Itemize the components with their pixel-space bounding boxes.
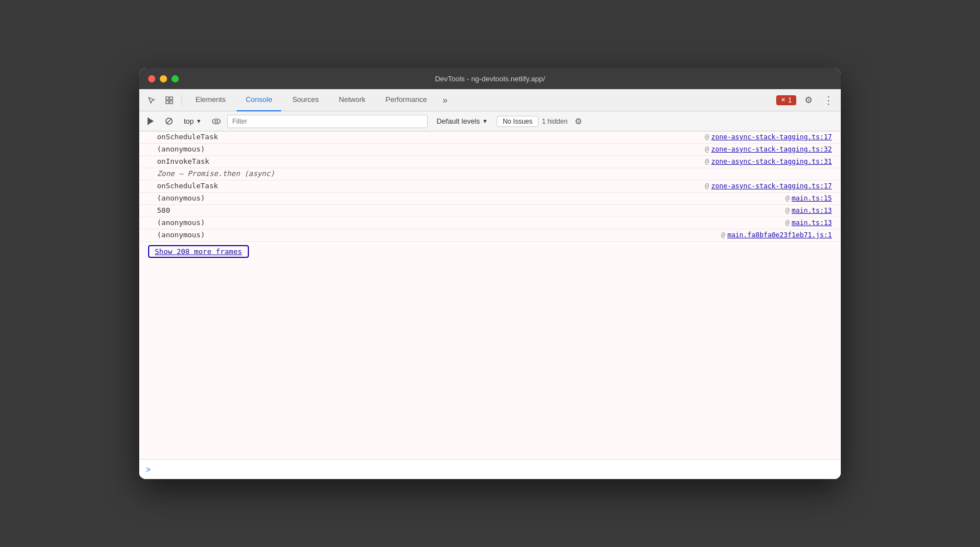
cursor-icon-button[interactable]: [144, 92, 159, 108]
console-row: onScheduleTask @ zone-async-stack-taggin…: [139, 131, 841, 144]
tab-right-actions: ✕ 1 ⚙ ⋮: [776, 92, 836, 108]
devtools-window: DevTools - ng-devtools.netlify.app/: [139, 68, 841, 479]
inspect-icon-button[interactable]: [161, 92, 177, 108]
row-at: @: [705, 145, 709, 153]
issues-settings-button[interactable]: ⚙: [571, 114, 585, 129]
close-button[interactable]: [148, 75, 155, 82]
row-at: @: [786, 194, 790, 202]
error-x-icon: ✕: [781, 96, 786, 104]
eye-icon-button[interactable]: [209, 114, 224, 129]
svg-rect-1: [170, 97, 173, 100]
tab-separator: [182, 95, 182, 106]
row-label: onScheduleTask: [157, 182, 705, 190]
row-link[interactable]: zone-async-stack-tagging.ts:17: [711, 133, 832, 141]
window-title: DevTools - ng-devtools.netlify.app/: [435, 75, 545, 83]
svg-rect-0: [166, 97, 169, 100]
console-row: (anonymous) @ zone-async-stack-tagging.t…: [139, 144, 841, 156]
tab-performance[interactable]: Performance: [376, 89, 435, 111]
settings-button[interactable]: ⚙: [801, 92, 816, 108]
inspect-icon: [165, 96, 173, 104]
filter-input[interactable]: [227, 115, 428, 128]
cursor-icon: [148, 96, 155, 104]
row-at: @: [705, 158, 709, 165]
more-options-button[interactable]: ⋮: [821, 92, 836, 108]
row-label: onScheduleTask: [157, 133, 705, 141]
console-row: (anonymous) @ main.ts:13: [139, 217, 841, 229]
row-at: @: [705, 133, 709, 141]
console-input-row: >: [139, 459, 841, 479]
console-row: (anonymous) @ main.ts:15: [139, 193, 841, 205]
row-label: (anonymous): [157, 218, 786, 227]
console-toolbar: top ▼ Default levels ▼ No Issues 1 hidde…: [139, 111, 841, 131]
console-row: onScheduleTask @ zone-async-stack-taggin…: [139, 180, 841, 193]
row-label: 580: [157, 206, 786, 214]
row-at: @: [705, 182, 709, 190]
console-content: onScheduleTask @ zone-async-stack-taggin…: [139, 131, 841, 459]
row-label: (anonymous): [157, 145, 705, 153]
show-more-frames-button[interactable]: Show 208 more frames: [148, 245, 249, 258]
context-selector[interactable]: top ▼: [179, 116, 206, 126]
row-link[interactable]: zone-async-stack-tagging.ts:32: [711, 145, 832, 153]
tab-sources[interactable]: Sources: [283, 89, 328, 111]
row-label: (anonymous): [157, 194, 786, 202]
console-row: (anonymous) @ main.fa8bfa0e23f1eb71.js:1: [139, 229, 841, 242]
console-row: onInvokeTask @ zone-async-stack-tagging.…: [139, 156, 841, 168]
block-icon: [165, 118, 173, 125]
row-at: @: [786, 219, 790, 227]
svg-line-7: [166, 119, 171, 124]
tab-console[interactable]: Console: [237, 89, 281, 111]
row-link[interactable]: main.fa8bfa0e23f1eb71.js:1: [727, 231, 832, 239]
svg-point-9: [215, 120, 218, 123]
svg-marker-4: [149, 118, 154, 124]
svg-rect-2: [166, 101, 169, 104]
maximize-button[interactable]: [171, 75, 179, 82]
row-at: @: [786, 207, 790, 214]
console-input[interactable]: [155, 465, 834, 473]
row-at: @: [721, 231, 725, 239]
prompt-icon: >: [146, 465, 150, 474]
minimize-button[interactable]: [160, 75, 167, 82]
tab-elements[interactable]: Elements: [187, 89, 234, 111]
more-tabs-button[interactable]: »: [438, 95, 452, 105]
row-label: (anonymous): [157, 231, 721, 239]
chevron-down-icon: ▼: [196, 118, 202, 124]
row-link[interactable]: zone-async-stack-tagging.ts:17: [711, 182, 832, 190]
error-badge[interactable]: ✕ 1: [776, 95, 796, 105]
titlebar: DevTools - ng-devtools.netlify.app/: [139, 68, 841, 89]
clear-console-button[interactable]: [161, 114, 176, 129]
row-label: onInvokeTask: [157, 157, 705, 165]
row-link[interactable]: main.ts:15: [792, 194, 832, 202]
svg-rect-5: [148, 118, 149, 125]
row-link[interactable]: main.ts:13: [792, 207, 832, 214]
svg-rect-3: [170, 101, 173, 104]
row-label-async: Zone — Promise.then (async): [157, 169, 832, 178]
run-icon: [148, 118, 155, 125]
console-row: 580 @ main.ts:13: [139, 205, 841, 217]
levels-chevron-icon: ▼: [482, 118, 488, 124]
devtools-body: Elements Console Sources Network Perform…: [139, 89, 841, 479]
run-script-button[interactable]: [144, 114, 158, 129]
hidden-count: 1 hidden: [542, 118, 567, 125]
log-levels-button[interactable]: Default levels ▼: [431, 116, 493, 126]
row-link[interactable]: zone-async-stack-tagging.ts:31: [711, 158, 832, 165]
tab-network[interactable]: Network: [330, 89, 375, 111]
window-controls: [148, 75, 179, 82]
no-issues-button[interactable]: No Issues: [497, 116, 538, 127]
show-more-frames-row: Show 208 more frames: [139, 242, 841, 261]
tab-bar: Elements Console Sources Network Perform…: [139, 89, 841, 111]
console-row: Zone — Promise.then (async): [139, 168, 841, 180]
row-link[interactable]: main.ts:13: [792, 219, 832, 227]
eye-icon: [212, 119, 220, 124]
svg-point-8: [213, 119, 220, 124]
